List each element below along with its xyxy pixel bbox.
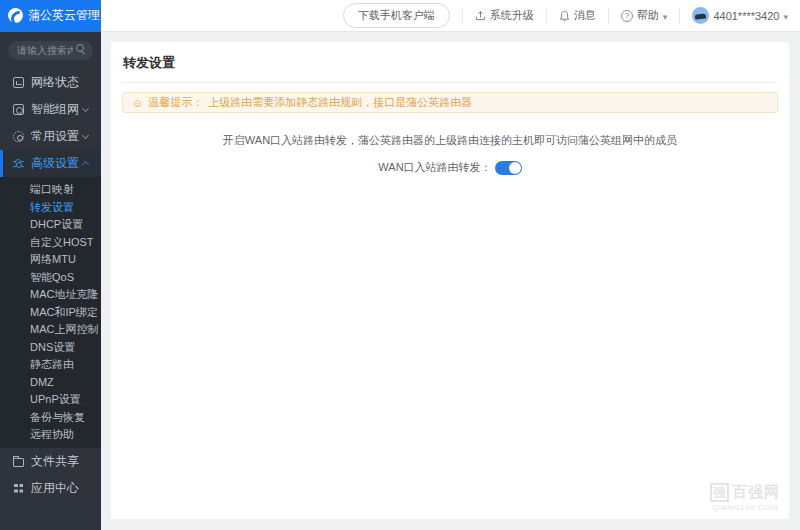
sidebar-item-icon [13,104,24,115]
sidebar-item-label: 网络状态 [31,74,79,91]
system-upgrade-button[interactable]: 系统升级 [475,8,534,23]
dandelion-logo-icon [8,8,23,23]
sidebar-subitem[interactable]: 备份与恢复 [0,409,101,427]
sidebar-subitem[interactable]: 端口映射 [0,181,101,199]
sidebar-subitem-label: 备份与恢复 [30,411,85,423]
sidebar-subitem-label: DMZ [30,376,54,388]
search-icon[interactable] [76,44,86,54]
notice-banner: 温馨提示： 上级路由需要添加静态路由规则，接口是蒲公英路由器 [122,92,778,113]
sidebar-subitem-label: MAC地址克隆 [30,288,98,300]
feature-description: 开启WAN口入站路由转发，蒲公英路由器的上级路由连接的主机即可访问蒲公英组网中的… [122,133,778,148]
sidebar-item-label: 智能组网 [31,101,79,118]
sidebar-item-icon [13,158,24,169]
notice-prefix: 温馨提示： [148,95,203,110]
sidebar-subitem-label: DHCP设置 [30,218,83,230]
bell-icon [559,10,570,22]
sidebar-subitem-label: 智能QoS [30,271,74,283]
sidebar-subitem[interactable]: MAC地址克隆 [0,286,101,304]
sidebar-search [8,40,93,60]
watermark: 强 百强网 QIANG100.COM [710,483,780,512]
help-menu[interactable]: 帮助 [621,8,668,23]
sidebar-subitem[interactable]: 网络MTU [0,251,101,269]
sidebar-subitem-label: 远程协助 [30,428,74,440]
account-menu[interactable]: 4401****3420 [692,7,788,24]
chevron-down-icon [783,10,788,22]
toggle-row: WAN口入站路由转发： [122,160,778,175]
upgrade-icon [475,10,486,21]
sidebar-item[interactable]: 智能组网 [0,96,101,123]
sidebar-subitem[interactable]: DNS设置 [0,339,101,357]
sidebar-item[interactable]: 高级设置 [0,150,101,177]
topbar-actions: 下载手机客户端 系统升级 消息 帮助 4401****3420 [343,3,800,28]
sidebar-item-label: 应用中心 [31,480,79,497]
system-upgrade-label: 系统升级 [490,8,534,23]
sidebar-item[interactable]: 文件共享 [0,448,101,475]
sidebar-subitem-label: DNS设置 [30,341,75,353]
sidebar-subitem[interactable]: 自定义HOST [0,234,101,252]
sidebar-subitem[interactable]: 远程协助 [0,426,101,444]
sidebar-subitem-label: UPnP设置 [30,393,81,405]
sidebar-subitem-label: 转发设置 [30,201,74,213]
chevron-icon [82,161,89,168]
divider [679,9,680,23]
account-id: 4401****3420 [713,10,779,22]
help-label: 帮助 [637,8,659,23]
sidebar-subitem[interactable]: MAC和IP绑定 [0,304,101,322]
sidebar-item-label: 常用设置 [31,128,79,145]
sidebar-item[interactable]: 网络状态 [0,69,101,96]
sidebar-item-label: 高级设置 [31,155,79,172]
sidebar-item[interactable]: 常用设置 [0,123,101,150]
sidebar-item-icon [13,483,24,494]
avatar [692,7,709,24]
sidebar-menu: 网络状态 智能组网 常用设置 高级设置 [0,69,101,177]
sidebar-bottom-menu: 文件共享 应用中心 [0,448,101,502]
watermark-logo: 强 [710,483,729,502]
main-content: 转发设置 温馨提示： 上级路由需要添加静态路由规则，接口是蒲公英路由器 开启WA… [101,32,800,530]
sidebar-item-icon [13,131,24,142]
help-icon [621,10,633,22]
chevron-down-icon [663,10,668,22]
divider [546,9,547,23]
page-title: 转发设置 [122,42,778,83]
messages-label: 消息 [574,8,596,23]
toggle-label: WAN口入站路由转发： [378,160,491,175]
app-logo[interactable]: 蒲公英云管理 [0,0,101,32]
sidebar-subitem[interactable]: DMZ [0,374,101,392]
divider [462,9,463,23]
sidebar-subitem[interactable]: DHCP设置 [0,216,101,234]
forwarding-settings-card: 转发设置 温馨提示： 上级路由需要添加静态路由规则，接口是蒲公英路由器 开启WA… [111,42,789,519]
app-title: 蒲公英云管理 [28,7,100,24]
sidebar-subitem[interactable]: 智能QoS [0,269,101,287]
divider [608,9,609,23]
sidebar-subitem-label: 自定义HOST [30,236,94,248]
sidebar-item-icon [13,458,24,467]
chevron-icon [82,132,89,139]
messages-button[interactable]: 消息 [559,8,596,23]
sidebar-item[interactable]: 应用中心 [0,475,101,502]
sidebar-subitem[interactable]: 静态路由 [0,356,101,374]
sidebar-subitem-label: 静态路由 [30,358,74,370]
smiley-icon [132,97,143,109]
sidebar-subitem[interactable]: MAC上网控制 [0,321,101,339]
sidebar-subitem-label: MAC和IP绑定 [30,306,98,318]
sidebar-item-icon [13,77,24,88]
advanced-settings-submenu: 端口映射 转发设置 DHCP设置 自定义HOST 网络MTU 智能QoS M [0,177,101,448]
watermark-url: QIANG100.COM [710,503,780,512]
sidebar-subitem-label: 网络MTU [30,253,76,265]
sidebar-subitem-label: 端口映射 [30,183,74,195]
sidebar-subitem[interactable]: UPnP设置 [0,391,101,409]
sidebar: 网络状态 智能组网 常用设置 高级设置 [0,32,101,530]
chevron-icon [82,105,89,112]
sidebar-subitem-label: MAC上网控制 [30,323,98,335]
topbar: 蒲公英云管理 下载手机客户端 系统升级 消息 帮助 4401****3 [0,0,800,32]
notice-text: 上级路由需要添加静态路由规则，接口是蒲公英路由器 [208,95,472,110]
sidebar-item-label: 文件共享 [31,453,79,470]
sidebar-subitem[interactable]: 转发设置 [0,199,101,217]
watermark-site-name: 百强网 [732,483,780,502]
download-client-button[interactable]: 下载手机客户端 [343,3,450,28]
wan-inbound-forwarding-toggle[interactable] [495,161,522,175]
